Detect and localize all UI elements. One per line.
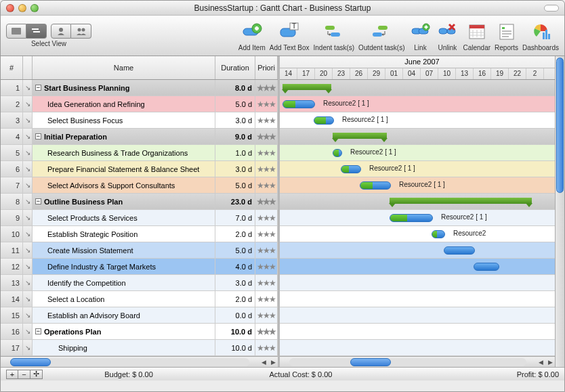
col-duration[interactable]: Duration: [215, 56, 255, 79]
row-priority[interactable]: ★★★: [255, 291, 278, 307]
gantt-row[interactable]: [280, 129, 564, 145]
row-duration[interactable]: 4.0 d: [215, 259, 255, 274]
row-duration[interactable]: 10.0 d: [215, 324, 255, 339]
task-bar[interactable]: [314, 116, 334, 125]
add-text-box-button[interactable]: T: [278, 20, 301, 43]
row-priority[interactable]: ★★★: [255, 194, 278, 209]
task-bar[interactable]: [282, 100, 315, 108]
table-row[interactable]: 15↘Establish an Advisory Board0.0 d★★★: [1, 307, 278, 324]
table-row[interactable]: 14↘Select a Location2.0 d★★★: [1, 291, 278, 307]
link-button[interactable]: [409, 20, 432, 43]
task-bar[interactable]: [444, 246, 475, 255]
row-duration[interactable]: 5.0 d: [215, 96, 255, 112]
row-duration[interactable]: 7.0 d: [215, 210, 255, 225]
outdent-button[interactable]: [370, 20, 393, 43]
table-row[interactable]: 5↘Research Business & Trade Organization…: [1, 145, 278, 161]
row-duration[interactable]: 10.0 d: [215, 340, 255, 355]
reports-button[interactable]: [495, 20, 518, 43]
scroll-left-icon[interactable]: ◀: [259, 359, 268, 366]
row-name[interactable]: Idea Generation and Refining: [33, 96, 215, 112]
row-duration[interactable]: 2.0 d: [215, 291, 255, 307]
add-item-button[interactable]: [240, 20, 264, 43]
row-name[interactable]: Shipping: [33, 340, 215, 355]
row-name[interactable]: Identify the Competition: [33, 275, 215, 290]
row-name[interactable]: Prepare Financial Statement & Balance Sh…: [33, 161, 215, 177]
gantt-row[interactable]: [280, 291, 564, 307]
row-name[interactable]: Select Products & Services: [33, 210, 215, 225]
row-duration[interactable]: 3.0 d: [215, 161, 255, 177]
gantt-row[interactable]: [280, 259, 564, 275]
task-bar[interactable]: [432, 230, 445, 238]
table-row[interactable]: 8↘−Outline Business Plan23.0 d★★★: [1, 194, 278, 210]
row-priority[interactable]: ★★★: [255, 340, 278, 355]
table-row[interactable]: 1↘−Start Business Planning8.0 d★★★: [1, 80, 278, 96]
row-name[interactable]: −Start Business Planning: [33, 80, 215, 95]
right-vscrollbar[interactable]: [555, 56, 564, 367]
row-duration[interactable]: 2.0 d: [215, 226, 255, 242]
col-priority[interactable]: Priori: [255, 56, 278, 79]
view-list-icon[interactable]: [6, 24, 26, 39]
people-segmented[interactable]: [51, 24, 91, 39]
row-priority[interactable]: ★★★: [255, 96, 278, 112]
row-priority[interactable]: ★★★: [255, 242, 278, 258]
row-name[interactable]: −Operations Plan: [33, 324, 215, 339]
table-row[interactable]: 7↘Select Advisors & Support Consultants5…: [1, 177, 278, 194]
row-priority[interactable]: ★★★: [255, 161, 278, 177]
expand-icon[interactable]: −: [35, 198, 41, 204]
table-row[interactable]: 2↘Idea Generation and Refining5.0 d★★★: [1, 96, 278, 112]
scroll-left-icon[interactable]: ◀: [536, 359, 545, 366]
task-bar[interactable]: [360, 181, 391, 190]
gantt-row[interactable]: [280, 340, 564, 356]
gantt-row[interactable]: Resource2 [ 1 ]: [280, 112, 564, 129]
row-duration[interactable]: 3.0 d: [215, 275, 255, 290]
row-priority[interactable]: ★★★: [255, 177, 278, 193]
row-name[interactable]: Establish Strategic Position: [33, 226, 215, 242]
table-row[interactable]: 4↘−Initial Preparation9.0 d★★★: [1, 129, 278, 145]
summary-bar[interactable]: [333, 133, 387, 139]
right-hscrollbar[interactable]: ◀ ▶: [280, 356, 555, 367]
row-name[interactable]: Select Advisors & Support Consultants: [33, 177, 215, 193]
gantt-row[interactable]: [280, 194, 564, 210]
row-priority[interactable]: ★★★: [255, 324, 278, 339]
table-row[interactable]: 6↘Prepare Financial Statement & Balance …: [1, 161, 278, 177]
row-priority[interactable]: ★★★: [255, 112, 278, 128]
table-row[interactable]: 17↘Shipping10.0 d★★★: [1, 340, 278, 356]
view-gantt-icon[interactable]: [26, 24, 47, 39]
gantt-row[interactable]: [280, 307, 564, 324]
row-name[interactable]: Establish an Advisory Board: [33, 307, 215, 323]
table-row[interactable]: 16↘−Operations Plan10.0 d★★★: [1, 324, 278, 340]
row-name[interactable]: Select Business Focus: [33, 112, 215, 128]
gantt-row[interactable]: [280, 275, 564, 291]
scroll-right-icon[interactable]: ▶: [268, 359, 278, 366]
row-duration[interactable]: 9.0 d: [215, 129, 255, 144]
gantt-row[interactable]: Resource2 [ 1 ]: [280, 210, 564, 226]
col-name[interactable]: Name: [33, 56, 215, 79]
expand-icon[interactable]: −: [35, 328, 41, 334]
gantt-row[interactable]: Resource2 [ 1 ]: [280, 96, 564, 112]
col-icon[interactable]: [23, 56, 33, 79]
row-duration[interactable]: 23.0 d: [215, 194, 255, 209]
row-duration[interactable]: 0.0 d: [215, 307, 255, 323]
row-duration[interactable]: 3.0 d: [215, 112, 255, 128]
summary-bar[interactable]: [390, 198, 532, 204]
person-icon[interactable]: [51, 24, 71, 39]
table-row[interactable]: 11↘Create Mission Statement5.0 d★★★: [1, 242, 278, 259]
unlink-button[interactable]: [436, 20, 459, 43]
gantt-row[interactable]: [280, 242, 564, 259]
toolbar-toggle-icon[interactable]: [544, 5, 559, 12]
row-priority[interactable]: ★★★: [255, 80, 278, 95]
table-row[interactable]: 12↘Define Industry & Target Markets4.0 d…: [1, 259, 278, 275]
row-priority[interactable]: ★★★: [255, 210, 278, 225]
table-row[interactable]: 10↘Establish Strategic Position2.0 d★★★: [1, 226, 278, 242]
row-priority[interactable]: ★★★: [255, 129, 278, 144]
indent-button[interactable]: [322, 20, 346, 43]
view-mode-segmented[interactable]: [6, 24, 47, 39]
task-bar[interactable]: [474, 263, 499, 271]
add-row-button[interactable]: +: [6, 370, 18, 379]
row-name[interactable]: Create Mission Statement: [33, 242, 215, 258]
expand-icon[interactable]: −: [35, 85, 41, 91]
people-icon[interactable]: [71, 24, 91, 39]
remove-row-button[interactable]: −: [18, 370, 30, 379]
row-duration[interactable]: 5.0 d: [215, 242, 255, 258]
col-number[interactable]: #: [1, 56, 23, 79]
